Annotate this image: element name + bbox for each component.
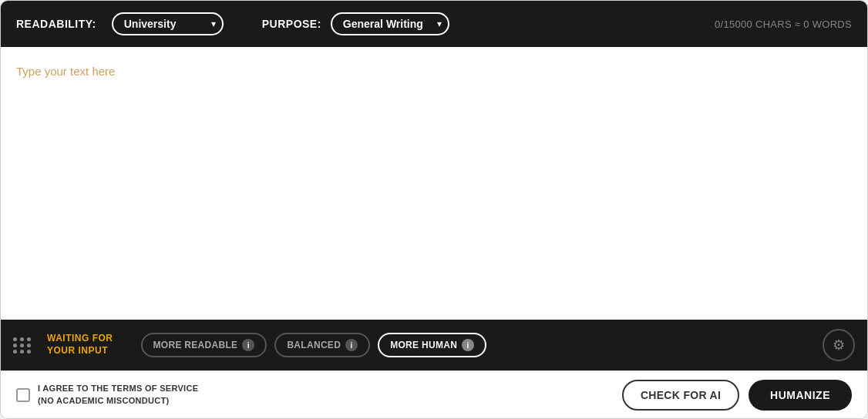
more-readable-button[interactable]: MORE READABLE i [141, 333, 267, 357]
purpose-label: PURPOSE: [262, 18, 321, 30]
settings-button[interactable]: ⚙ [823, 329, 855, 361]
more-human-info-icon[interactable]: i [462, 339, 474, 351]
grid-dots-icon [13, 337, 32, 354]
terms-section: I AGREE TO THE TERMS OF SERVICE (NO ACAD… [16, 383, 622, 407]
purpose-dropdown-wrapper[interactable]: General Writing Academic Creative Busine… [331, 12, 449, 35]
terms-label-line1: I AGREE TO THE TERMS OF SERVICE [38, 383, 198, 394]
purpose-select[interactable]: General Writing Academic Creative Busine… [331, 12, 449, 35]
char-count: 0/15000 CHARS ≈ 0 WORDS [715, 18, 852, 30]
more-human-label: MORE HUMAN [390, 340, 457, 350]
header-left: READABILITY: Elementary Middle School Hi… [16, 12, 449, 35]
waiting-status: WAITING FOR YOUR INPUT [47, 333, 113, 357]
terms-checkbox[interactable] [16, 388, 30, 402]
mode-buttons: MORE READABLE i BALANCED i MORE HUMAN i [141, 333, 487, 357]
more-readable-label: MORE READABLE [153, 340, 238, 350]
balanced-info-icon[interactable]: i [345, 339, 358, 351]
waiting-label-line1: WAITING FOR [47, 333, 113, 345]
header-bar: READABILITY: Elementary Middle School Hi… [1, 1, 867, 47]
readability-label: READABILITY: [16, 18, 96, 30]
check-ai-button[interactable]: CHECK FOR AI [622, 380, 739, 411]
purpose-section: PURPOSE: General Writing Academic Creati… [262, 12, 449, 35]
terms-label-line2: (NO ACADEMIC MISCONDUCT) [38, 395, 198, 407]
balanced-label: BALANCED [287, 340, 341, 350]
more-readable-info-icon[interactable]: i [242, 339, 254, 351]
terms-label-container: I AGREE TO THE TERMS OF SERVICE (NO ACAD… [38, 383, 198, 407]
readability-dropdown-wrapper[interactable]: Elementary Middle School High School Uni… [112, 12, 224, 35]
app-container: READABILITY: Elementary Middle School Hi… [0, 0, 868, 419]
balanced-button[interactable]: BALANCED i [274, 333, 370, 357]
text-area-section [1, 47, 867, 320]
main-text-input[interactable] [1, 47, 867, 320]
waiting-label-line2: YOUR INPUT [47, 345, 113, 357]
bottom-toolbar: WAITING FOR YOUR INPUT MORE READABLE i B… [1, 320, 867, 370]
footer-buttons: CHECK FOR AI HUMANIZE [622, 380, 852, 411]
settings-gear-icon: ⚙ [833, 337, 845, 354]
humanize-button[interactable]: HUMANIZE [749, 380, 852, 411]
footer-bar: I AGREE TO THE TERMS OF SERVICE (NO ACAD… [1, 370, 867, 418]
readability-select[interactable]: Elementary Middle School High School Uni… [112, 12, 224, 35]
more-human-button[interactable]: MORE HUMAN i [378, 333, 486, 357]
